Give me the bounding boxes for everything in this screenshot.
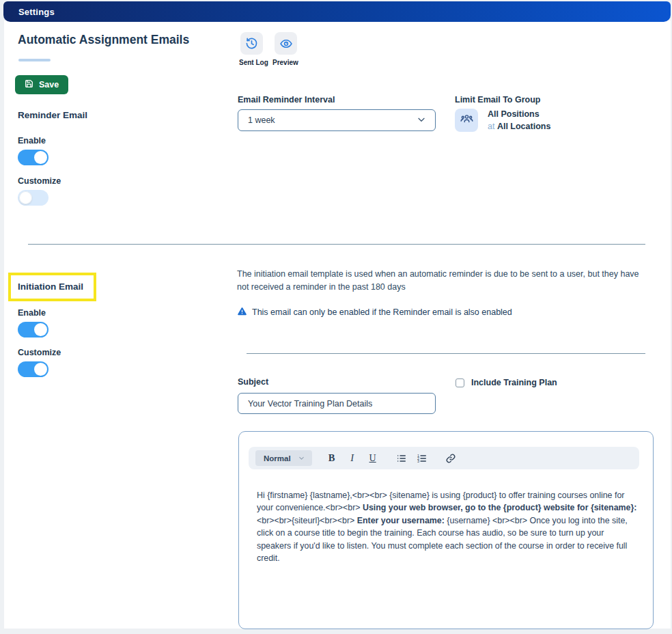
- editor-body-text[interactable]: Hi {firstname} {lastname},<br><br> {site…: [257, 489, 641, 564]
- titlebar: Settings: [3, 1, 671, 22]
- page-title: Automatic Assignment Emails: [18, 33, 189, 47]
- eye-icon: [279, 37, 293, 51]
- at-prefix: at: [488, 122, 497, 131]
- bullet-list-button[interactable]: [393, 450, 410, 467]
- bullet-list-icon: [396, 453, 407, 464]
- initiation-email-title: Initiation Email: [18, 281, 83, 292]
- interval-label: Email Reminder Interval: [238, 95, 335, 105]
- reminder-enable-toggle[interactable]: [18, 150, 48, 165]
- ordered-list-button[interactable]: 1 2 3: [413, 450, 431, 467]
- toggle-knob: [19, 191, 32, 204]
- include-training-plan-label: Include Training Plan: [471, 378, 557, 387]
- reminder-enable-label: Enable: [18, 136, 46, 146]
- toggle-knob: [34, 363, 47, 376]
- save-button-label: Save: [39, 80, 59, 89]
- warning-text: This email can only be enabled if the Re…: [252, 307, 512, 317]
- italic-button[interactable]: I: [344, 450, 361, 467]
- subject-value: Your Vector Training Plan Details: [248, 399, 372, 409]
- preview-button[interactable]: [275, 32, 297, 55]
- settings-page: Settings Automatic Assignment Emails Sen…: [0, 0, 672, 634]
- limit-group-label: Limit Email To Group: [455, 95, 540, 105]
- interval-select[interactable]: 1 week: [238, 109, 436, 131]
- limit-group-positions: All Positions: [488, 109, 540, 119]
- sent-log-button[interactable]: [240, 32, 263, 55]
- initiation-customize-label: Customize: [18, 348, 61, 357]
- reminder-email-title: Reminder Email: [18, 110, 87, 120]
- titlebar-title: Settings: [18, 7, 55, 17]
- toggle-knob: [34, 323, 47, 336]
- save-disk-icon: [25, 79, 33, 90]
- subject-input[interactable]: Your Vector Training Plan Details: [238, 393, 436, 414]
- editor-bold-segment: Enter your username:: [357, 516, 445, 525]
- format-dropdown[interactable]: Normal: [255, 450, 312, 466]
- reminder-customize-label: Customize: [18, 176, 61, 186]
- format-selected-value: Normal: [264, 454, 291, 463]
- underline-button[interactable]: U: [364, 450, 382, 467]
- initiation-description: The initiation email template is used wh…: [237, 268, 647, 294]
- svg-text:3: 3: [417, 459, 419, 463]
- limit-group-button[interactable]: [455, 109, 478, 132]
- editor-toolbar: Normal B I U 1 2 3: [249, 447, 639, 469]
- email-body-editor: Normal B I U 1 2 3: [238, 431, 654, 629]
- warning-triangle-icon: [237, 306, 247, 318]
- reminder-customize-toggle[interactable]: [18, 190, 48, 206]
- preview-label: Preview: [272, 59, 298, 66]
- bold-button[interactable]: B: [323, 450, 341, 467]
- link-button[interactable]: [442, 450, 460, 467]
- ordered-list-icon: 1 2 3: [417, 453, 428, 464]
- editor-text-segment: <br><br>{siteurl}<br><br>: [257, 516, 357, 525]
- interval-selected-value: 1 week: [248, 115, 416, 125]
- section-divider: [28, 244, 645, 245]
- toggle-knob: [34, 151, 47, 164]
- initiation-enable-label: Enable: [18, 308, 46, 318]
- chevron-down-icon: [416, 114, 427, 127]
- users-group-icon: [460, 112, 474, 129]
- save-button[interactable]: Save: [15, 75, 68, 94]
- sent-log-label: Sent Log: [239, 59, 268, 66]
- initiation-enable-toggle[interactable]: [18, 322, 48, 337]
- initiation-customize-toggle[interactable]: [18, 361, 48, 377]
- include-training-plan-checkbox[interactable]: [456, 378, 464, 387]
- link-icon: [445, 453, 456, 464]
- title-accent-bar: [18, 59, 51, 61]
- subsection-divider: [247, 353, 645, 354]
- locations-value: All Locations: [497, 122, 550, 131]
- limit-group-locations: at All Locations: [488, 122, 550, 131]
- initiation-warning: This email can only be enabled if the Re…: [237, 306, 512, 318]
- chevron-down-icon: [298, 454, 305, 462]
- subject-label: Subject: [238, 377, 268, 387]
- history-icon: [245, 37, 258, 50]
- editor-bold-segment: Using your web browser, go to the {produ…: [363, 503, 636, 512]
